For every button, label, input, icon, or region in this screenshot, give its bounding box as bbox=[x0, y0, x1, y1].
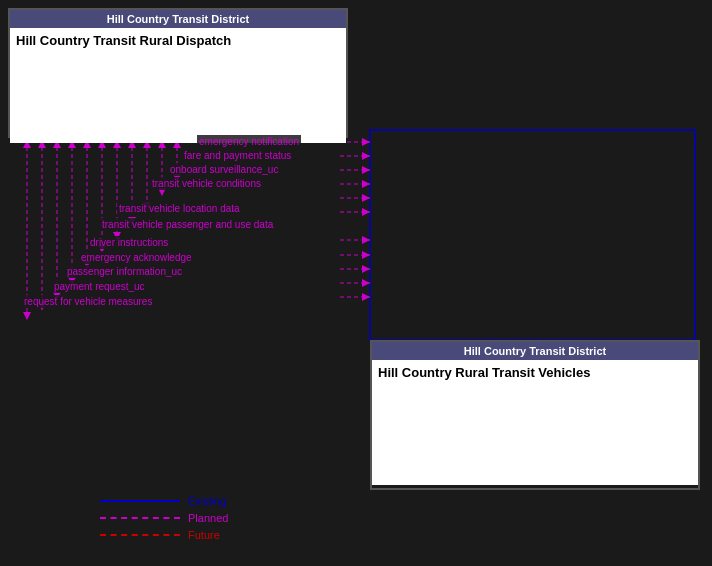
svg-marker-41 bbox=[362, 251, 370, 259]
legend: Existing Planned Future bbox=[100, 495, 228, 546]
label-vehicle-location: transit vehicle location data bbox=[117, 202, 242, 215]
legend-existing: Existing bbox=[100, 495, 228, 507]
legend-existing-line bbox=[100, 500, 180, 502]
left-dispatch-box: Hill Country Transit District Hill Count… bbox=[8, 8, 348, 138]
legend-future-label: Future bbox=[188, 529, 220, 541]
left-box-body bbox=[10, 53, 346, 143]
svg-marker-42 bbox=[362, 265, 370, 273]
svg-marker-44 bbox=[362, 293, 370, 301]
label-payment-request: payment request_uc bbox=[52, 280, 147, 293]
svg-marker-35 bbox=[362, 152, 370, 160]
svg-marker-36 bbox=[362, 166, 370, 174]
left-box-header: Hill Country Transit District bbox=[10, 10, 346, 28]
svg-marker-39 bbox=[362, 208, 370, 216]
legend-future-line bbox=[100, 534, 180, 536]
label-fare-payment: fare and payment status bbox=[182, 149, 293, 162]
left-box-title: Hill Country Transit Rural Dispatch bbox=[10, 28, 346, 53]
label-vehicle-conditions: transit vehicle conditions bbox=[150, 177, 263, 190]
right-box-header: Hill Country Transit District bbox=[372, 342, 698, 360]
label-vehicle-measures: request for vehicle measures bbox=[22, 295, 154, 308]
right-box-title: Hill Country Rural Transit Vehicles bbox=[372, 360, 698, 385]
legend-future: Future bbox=[100, 529, 228, 541]
label-emergency-notification: emergency notification bbox=[197, 135, 301, 148]
main-container: Hill Country Transit District Hill Count… bbox=[0, 0, 712, 566]
label-onboard-surveillance: onboard surveillance_uc bbox=[168, 163, 280, 176]
label-passenger-information: passenger information_uc bbox=[65, 265, 184, 278]
legend-planned: Planned bbox=[100, 512, 228, 524]
legend-planned-line bbox=[100, 517, 180, 519]
label-vehicle-passenger: transit vehicle passenger and use data bbox=[100, 218, 275, 231]
right-box-body bbox=[372, 385, 698, 485]
svg-marker-40 bbox=[362, 236, 370, 244]
label-driver-instructions: driver instructions bbox=[88, 236, 170, 249]
legend-existing-label: Existing bbox=[188, 495, 227, 507]
label-emergency-acknowledge: emergency acknowledge bbox=[79, 251, 194, 264]
svg-marker-12 bbox=[23, 312, 31, 320]
svg-marker-43 bbox=[362, 279, 370, 287]
legend-planned-label: Planned bbox=[188, 512, 228, 524]
svg-marker-37 bbox=[362, 180, 370, 188]
svg-marker-34 bbox=[362, 138, 370, 146]
svg-rect-0 bbox=[370, 130, 695, 340]
right-vehicles-box: Hill Country Transit District Hill Count… bbox=[370, 340, 700, 490]
svg-marker-38 bbox=[362, 194, 370, 202]
